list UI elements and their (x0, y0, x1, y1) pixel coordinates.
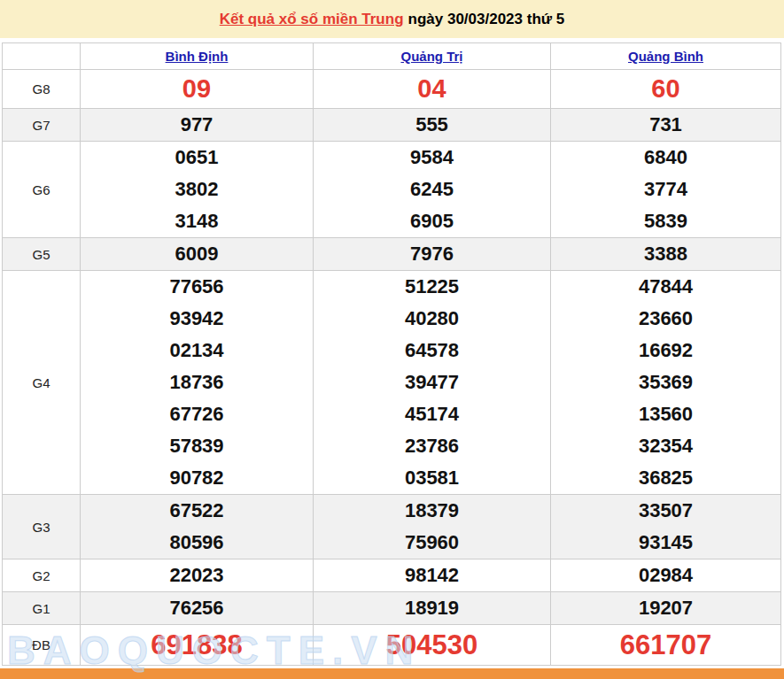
winning-number: 36825 (551, 462, 780, 494)
winning-number: 18919 (314, 592, 550, 624)
prize-values-g8-col0: 09 (81, 70, 314, 109)
prize-values-g6-col1: 958462456905 (314, 142, 551, 238)
winning-number: 3148 (81, 205, 313, 237)
prize-values-g5-col2: 3388 (551, 238, 781, 271)
prize-values-g2-col2: 02984 (551, 559, 781, 592)
winning-number: 22023 (81, 559, 313, 591)
prize-values-g7-col0: 977 (81, 109, 314, 142)
page-title-date: ngày 30/03/2023 thứ 5 (408, 11, 565, 28)
winning-number: 555 (314, 109, 550, 141)
prize-values-g1-col2: 19207 (551, 592, 781, 625)
prize-values-g7-col1: 555 (314, 109, 551, 142)
prize-row-g2: G2220239814202984 (3, 559, 781, 592)
prize-row-g6: G6065138023148958462456905684037745839 (3, 142, 781, 238)
winning-number: 75960 (314, 527, 550, 559)
winning-number: 67726 (81, 398, 313, 430)
winning-number: 5839 (551, 205, 780, 237)
winning-number: 02984 (551, 559, 780, 591)
prize-values-g6-col0: 065138023148 (81, 142, 314, 238)
prize-values-db-col2: 661707 (551, 625, 781, 666)
prize-label-g5: G5 (3, 238, 81, 271)
winning-number: 19207 (551, 592, 780, 624)
page-title-banner: Kết quả xổ số miền Trung ngày 30/03/2023… (0, 0, 784, 38)
prize-values-g4-col1: 51225402806457839477451742378603581 (314, 271, 551, 495)
winning-number: 3774 (551, 174, 780, 205)
winning-number: 02134 (81, 335, 313, 367)
prize-values-g3-col2: 3350793145 (551, 495, 781, 559)
winning-number: 6009 (81, 238, 313, 270)
winning-number: 977 (81, 109, 313, 141)
winning-number: 09 (81, 70, 313, 108)
prize-row-g4: G477656939420213418736677265783990782512… (3, 271, 781, 495)
winning-number: 23786 (314, 430, 550, 462)
prize-values-g2-col1: 98142 (314, 559, 551, 592)
winning-number: 35369 (551, 367, 780, 398)
winning-number: 90782 (81, 462, 313, 494)
winning-number: 03581 (314, 462, 550, 494)
province-link-quang-tri[interactable]: Quảng Trị (400, 49, 462, 64)
winning-number: 7976 (314, 238, 550, 270)
column-header-binh-dinh: Bình Định (81, 43, 314, 70)
winning-number: 45174 (314, 398, 550, 430)
winning-number: 18736 (81, 367, 313, 398)
prize-label-g8: G8 (3, 70, 81, 109)
winning-number: 93145 (551, 527, 780, 559)
prize-values-g6-col2: 684037745839 (551, 142, 781, 238)
table-header-row: Bình Định Quảng Trị Quảng Bình (3, 43, 781, 70)
winning-number: 32354 (551, 430, 780, 462)
prize-label-db: ĐB (3, 625, 81, 666)
winning-number: 16692 (551, 335, 780, 367)
province-link-quang-binh[interactable]: Quảng Bình (628, 49, 703, 64)
column-header-quang-tri: Quảng Trị (314, 43, 551, 70)
winning-number: 98142 (314, 559, 550, 591)
province-link-binh-dinh[interactable]: Bình Định (166, 49, 229, 64)
prize-values-db-col0: 691838 (81, 625, 314, 666)
column-header-quang-binh: Quảng Bình (551, 43, 781, 70)
winning-number: 6245 (314, 174, 550, 205)
winning-number: 77656 (81, 271, 313, 303)
winning-number: 40280 (314, 303, 550, 335)
prize-values-g7-col2: 731 (551, 109, 781, 142)
prize-label-g3: G3 (3, 495, 81, 559)
prize-row-g7: G7977555731 (3, 109, 781, 142)
prize-label-g2: G2 (3, 559, 81, 592)
winning-number: 04 (314, 70, 550, 108)
prize-values-g2-col0: 22023 (81, 559, 314, 592)
winning-number: 6840 (551, 142, 780, 174)
winning-number: 0651 (81, 142, 313, 174)
prize-values-g5-col0: 6009 (81, 238, 314, 271)
prize-label-g7: G7 (3, 109, 81, 142)
prize-values-g1-col1: 18919 (314, 592, 551, 625)
prize-row-g3: G3675228059618379759603350793145 (3, 495, 781, 559)
winning-number: 57839 (81, 430, 313, 462)
winning-number: 64578 (314, 335, 550, 367)
winning-number: 3388 (551, 238, 780, 270)
corner-cell (3, 43, 81, 70)
prize-row-g1: G1762561891919207 (3, 592, 781, 625)
winning-number: 93942 (81, 303, 313, 335)
winning-number: 13560 (551, 398, 780, 430)
winning-number: 33507 (551, 495, 780, 527)
winning-number: 51225 (314, 271, 550, 303)
winning-number: 67522 (81, 495, 313, 527)
winning-number: 504530 (314, 625, 550, 665)
winning-number: 39477 (314, 367, 550, 398)
winning-number: 3802 (81, 174, 313, 205)
lottery-results-title-link[interactable]: Kết quả xổ số miền Trung (220, 11, 404, 28)
prize-label-g4: G4 (3, 271, 81, 495)
prize-row-g8: G8090460 (3, 70, 781, 109)
winning-number: 6905 (314, 205, 550, 237)
prize-values-g3-col0: 6752280596 (81, 495, 314, 559)
winning-number: 9584 (314, 142, 550, 174)
prize-label-g6: G6 (3, 142, 81, 238)
prize-label-g1: G1 (3, 592, 81, 625)
winning-number: 47844 (551, 271, 780, 303)
winning-number: 60 (551, 70, 780, 108)
prize-values-db-col1: 504530 (314, 625, 551, 666)
prize-values-g4-col0: 77656939420213418736677265783990782 (81, 271, 314, 495)
prize-values-g5-col1: 7976 (314, 238, 551, 271)
winning-number: 731 (551, 109, 780, 141)
prize-values-g3-col1: 1837975960 (314, 495, 551, 559)
prize-row-g5: G5600979763388 (3, 238, 781, 271)
winning-number: 18379 (314, 495, 550, 527)
